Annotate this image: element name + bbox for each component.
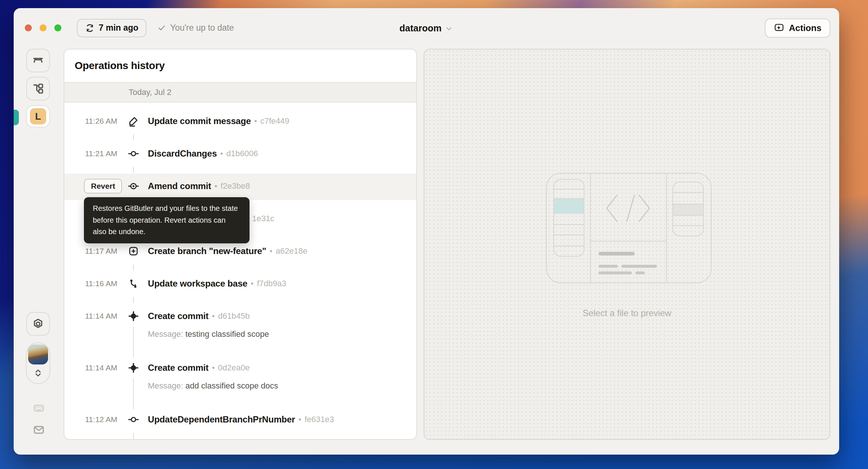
sync-label: 7 min ago	[99, 23, 138, 33]
workbench-icon	[32, 54, 44, 67]
operation-title: DiscardChanges	[148, 148, 217, 159]
branch-plus-icon	[124, 246, 143, 257]
panel-title: Operations history	[64, 49, 416, 82]
traffic-lights	[25, 24, 61, 31]
project-avatar: L	[30, 108, 46, 124]
operation-hash: d1b6006	[226, 149, 258, 158]
operation-hash: 0d2ea0e	[218, 363, 250, 373]
operation-row[interactable]: 11:14 AM Create commit • d61b45b Message…	[64, 308, 416, 360]
desktop-wallpaper: 7 min ago You're up to date dataroom Act…	[0, 0, 868, 469]
amend-icon	[124, 181, 143, 192]
operation-hash: f2e3be8	[221, 181, 250, 191]
operation-row[interactable]: 11:14 AM Create commit • 0d2ea0e Message…	[64, 360, 416, 411]
actions-label: Actions	[789, 23, 821, 33]
actions-button[interactable]: Actions	[765, 18, 830, 38]
main-area: L Operatio	[14, 48, 839, 455]
commit-plus-icon	[124, 311, 143, 322]
close-window-button[interactable]	[25, 24, 32, 31]
operation-title: Amend commit	[148, 181, 211, 191]
titlebar: 7 min ago You're up to date dataroom Act…	[14, 8, 839, 48]
operation-title: Create branch "new-feature"	[148, 246, 266, 256]
profile-switcher-chevrons[interactable]	[33, 367, 44, 381]
minimize-window-button[interactable]	[40, 24, 47, 31]
preview-placeholder-text: Select a file to preview	[424, 308, 830, 318]
sync-status-button[interactable]: 7 min ago	[77, 19, 146, 37]
illustration-text-bar	[599, 265, 618, 268]
settings-button[interactable]	[26, 312, 50, 336]
keyboard-icon	[32, 403, 46, 414]
separator-dot: •	[298, 415, 301, 424]
keyboard-shortcuts-button[interactable]	[32, 403, 46, 414]
illustration-side-list	[672, 182, 704, 236]
check-icon	[157, 24, 166, 32]
timeline-connector	[133, 433, 134, 439]
operation-hash: f7db9a3	[257, 279, 286, 288]
up-to-date-label: You're up to date	[170, 23, 234, 33]
timeline-connector	[133, 326, 134, 357]
workbench-button[interactable]	[26, 49, 50, 72]
project-name: dataroom	[400, 23, 442, 33]
up-to-date-status: You're up to date	[157, 23, 234, 33]
operation-row[interactable]: 11:21 AM DiscardChanges • d1b6006	[64, 146, 416, 178]
chevrons-up-down-icon	[33, 367, 44, 379]
operation-time: 11:17 AM	[85, 247, 124, 256]
operation-hash: 1e31c	[252, 214, 274, 223]
operation-title: Create commit	[148, 311, 208, 321]
branches-button[interactable]	[26, 77, 50, 100]
commit-icon	[124, 414, 143, 425]
operation-row[interactable]: 11:12 AM UpdateDependentBranchPrNumber •…	[64, 411, 416, 440]
project-selector[interactable]: dataroom	[400, 23, 454, 33]
operation-title: UpdateDependentBranchPrNumber	[148, 414, 295, 425]
workspace-base-icon	[124, 278, 143, 289]
illustration-divider	[666, 174, 667, 283]
user-avatar[interactable]	[28, 345, 48, 364]
revert-button[interactable]: Revert	[84, 179, 122, 194]
commit-plus-icon	[124, 362, 143, 373]
operation-time: 11:26 AM	[85, 117, 124, 126]
operation-row[interactable]: 11:17 AM Create branch "new-feature" • a…	[64, 243, 416, 275]
separator-dot: •	[254, 116, 257, 126]
code-icon	[603, 191, 653, 226]
timeline-connector	[133, 167, 134, 173]
zoom-window-button[interactable]	[54, 24, 61, 31]
message-text: testing classified scope	[186, 329, 269, 339]
operations-history-panel: Operations history Today, Jul 2 11:26 AM…	[64, 49, 417, 440]
feedback-mail-button[interactable]	[32, 424, 45, 436]
illustration-file-list	[553, 179, 584, 257]
profile-switcher[interactable]	[26, 342, 50, 384]
illustration-divider	[590, 174, 591, 283]
illustration-text-bar	[599, 271, 632, 274]
operation-hash: c7fe449	[260, 116, 289, 126]
operation-message: Message: testing classified scope	[148, 329, 416, 339]
settings-gear-icon	[32, 318, 44, 330]
sync-icon	[85, 23, 95, 33]
commit-icon	[124, 148, 143, 159]
mail-icon	[32, 424, 45, 436]
separator-dot: •	[212, 363, 215, 373]
left-rail: L	[14, 48, 64, 455]
date-group-label: Today, Jul 2	[129, 88, 172, 97]
message-text: add classified scope docs	[186, 381, 278, 390]
illustration-divider	[590, 241, 666, 242]
operation-time: 11:21 AM	[85, 149, 124, 158]
illustration-text-bar	[621, 265, 657, 268]
date-group-header: Today, Jul 2	[64, 82, 416, 103]
operation-title: Create commit	[148, 363, 208, 373]
separator-dot: •	[212, 311, 215, 321]
file-preview-panel: Select a file to preview	[424, 49, 830, 440]
operation-hash: d61b45b	[218, 311, 250, 321]
separator-dot: •	[251, 279, 254, 288]
gitbutler-window: 7 min ago You're up to date dataroom Act…	[14, 8, 839, 455]
operation-title: Update workspace base	[148, 278, 247, 289]
preview-placeholder-illustration	[546, 173, 712, 283]
illustration-text-bar	[599, 252, 635, 256]
operation-hash: a62e18e	[276, 246, 308, 256]
message-label: Message:	[148, 381, 186, 390]
operation-title: Update commit message	[148, 116, 251, 126]
timeline-connector	[133, 134, 134, 140]
operation-row[interactable]: 11:26 AM Update commit message • c7fe449	[64, 113, 416, 146]
message-label: Message:	[148, 329, 186, 339]
operation-row[interactable]: 11:16 AM Update workspace base • f7db9a3	[64, 275, 416, 308]
project-button-active[interactable]: L	[26, 105, 50, 127]
operation-hash: fe631e3	[305, 415, 334, 424]
